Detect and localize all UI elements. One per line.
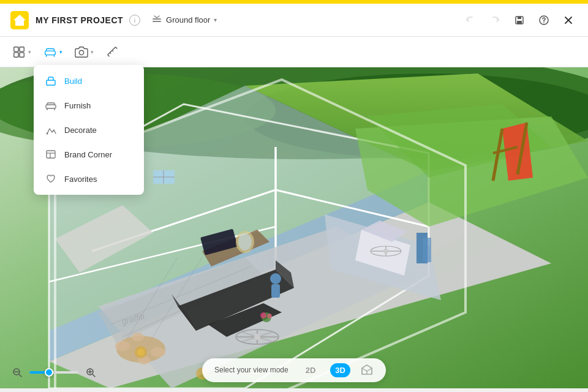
toolbar: ▾ ▾ ▾ (0, 37, 588, 67)
svg-rect-3 (153, 21, 161, 22)
view-mode-panel: Select your view mode 2D 3D (202, 358, 386, 382)
favorites-icon (45, 173, 57, 185)
svg-rect-67 (271, 284, 280, 298)
furnish-tool-button[interactable]: ▾ (37, 42, 69, 62)
decorate-icon (45, 124, 57, 136)
info-icon[interactable]: i (129, 15, 140, 26)
svg-line-105 (92, 374, 95, 377)
measure-icon (106, 45, 119, 59)
help-button[interactable] (534, 10, 554, 30)
menu-item-brand-corner[interactable]: Brand Corner (34, 142, 144, 167)
svg-point-63 (254, 334, 260, 340)
menu-item-build[interactable]: Build (34, 69, 144, 93)
svg-line-20 (112, 50, 113, 51)
svg-rect-12 (20, 47, 24, 51)
floor-plan-tool-button[interactable]: ▾ (6, 42, 37, 62)
zoom-bar (10, 365, 98, 380)
menu-item-furnish[interactable]: Furnish (34, 93, 144, 118)
brand-corner-icon (45, 148, 57, 160)
zoom-thumb[interactable] (45, 368, 53, 377)
svg-point-25 (47, 133, 48, 135)
redo-button[interactable] (485, 10, 505, 30)
svg-point-91 (267, 314, 272, 318)
furnish-menu-icon (45, 99, 57, 111)
view-2d-button[interactable]: 2D (301, 363, 321, 377)
svg-rect-2 (153, 18, 161, 20)
svg-rect-21 (47, 80, 55, 85)
zoom-slider[interactable] (29, 371, 78, 374)
measure-tool-button[interactable] (100, 42, 126, 62)
svg-point-69 (115, 341, 130, 351)
floor-selector[interactable]: Ground floor ▾ (146, 12, 222, 28)
floor-label: Ground floor (166, 15, 210, 24)
floors-icon (151, 15, 162, 26)
svg-rect-14 (20, 52, 24, 56)
menu-item-favorites[interactable]: Favorites (34, 167, 144, 191)
zoom-in-button[interactable] (83, 365, 98, 380)
svg-point-18 (79, 50, 83, 55)
svg-rect-1 (18, 22, 21, 26)
svg-rect-6 (517, 21, 522, 24)
floor-plan-icon (12, 45, 26, 59)
menu-item-furnish-label: Furnish (64, 101, 91, 110)
svg-point-90 (260, 312, 266, 318)
svg-rect-5 (518, 17, 521, 19)
menu-item-decorate[interactable]: Decorate (34, 118, 144, 142)
header-left: MY FIRST PROJECT i Ground floor ▾ (10, 10, 222, 30)
svg-marker-97 (362, 365, 372, 371)
svg-point-66 (270, 273, 281, 284)
build-icon (45, 75, 57, 87)
svg-rect-26 (47, 151, 55, 158)
svg-point-80 (383, 249, 388, 254)
menu-item-decorate-label: Decorate (64, 126, 97, 135)
dropdown-menu: Build Furnish Decorate (34, 65, 144, 195)
floor-chevron-icon: ▾ (214, 17, 217, 23)
svg-line-102 (19, 374, 21, 377)
menu-item-brand-corner-label: Brand Corner (64, 150, 112, 159)
camera-icon (75, 45, 88, 59)
floor-plan-chevron: ▾ (28, 49, 31, 55)
camera-tool-button[interactable]: ▾ (69, 42, 100, 62)
svg-rect-13 (14, 52, 18, 56)
close-button[interactable] (559, 10, 578, 30)
view-mode-label: Select your view mode (214, 366, 288, 374)
dollhouse-icon[interactable] (360, 363, 374, 377)
undo-button[interactable] (461, 10, 480, 30)
header: MY FIRST PROJECT i Ground floor ▾ (0, 4, 588, 37)
menu-item-favorites-label: Favorites (64, 175, 97, 184)
menu-item-build-label: Build (64, 77, 82, 86)
save-button[interactable] (510, 10, 529, 30)
svg-point-8 (543, 22, 545, 23)
svg-rect-11 (14, 47, 18, 51)
svg-rect-15 (45, 51, 56, 55)
furnish-icon (43, 45, 57, 59)
zoom-out-button[interactable] (10, 365, 24, 380)
furnish-chevron: ▾ (59, 49, 62, 55)
svg-rect-82 (423, 238, 431, 262)
svg-point-94 (238, 233, 252, 251)
svg-point-71 (132, 333, 144, 341)
svg-line-19 (110, 52, 111, 53)
house-icon (10, 10, 29, 30)
header-right (461, 10, 578, 30)
camera-chevron: ▾ (91, 49, 94, 55)
svg-rect-22 (46, 105, 56, 108)
project-title: MY FIRST PROJECT (36, 15, 123, 25)
view-3d-button[interactable]: 3D (330, 363, 350, 377)
